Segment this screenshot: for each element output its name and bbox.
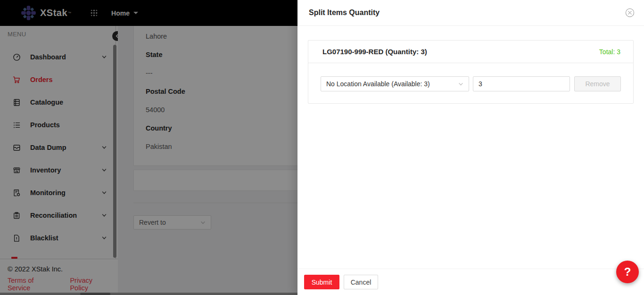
question-mark-icon: ? (624, 265, 631, 279)
drawer-title: Split Items Quantity (309, 8, 380, 17)
remove-button[interactable]: Remove (574, 76, 621, 91)
location-select[interactable]: No Location Available (Available: 3) (321, 76, 469, 91)
split-item-card: LG07190-999-RED (Quantity: 3) Total: 3 N… (308, 40, 634, 104)
item-sku-title: LG07190-999-RED (Quantity: 3) (322, 48, 427, 56)
close-button[interactable] (625, 8, 635, 18)
location-select-value: No Location Available (Available: 3) (326, 80, 430, 88)
chevron-down-icon (458, 82, 463, 87)
split-item-card-body: No Location Available (Available: 3) Rem… (308, 63, 633, 103)
item-total-badge: Total: 3 (599, 48, 620, 56)
drawer-body: LG07190-999-RED (Quantity: 3) Total: 3 N… (297, 26, 644, 104)
cancel-button[interactable]: Cancel (344, 275, 378, 289)
drawer-footer: Submit Cancel (297, 269, 644, 295)
drawer-header: Split Items Quantity (297, 0, 644, 26)
help-button[interactable]: ? (616, 261, 639, 283)
submit-button[interactable]: Submit (304, 275, 339, 289)
split-items-quantity-drawer: Split Items Quantity LG07190-999-RED (Qu… (297, 0, 644, 295)
quantity-input[interactable] (473, 76, 570, 91)
split-item-card-header: LG07190-999-RED (Quantity: 3) Total: 3 (308, 41, 633, 63)
